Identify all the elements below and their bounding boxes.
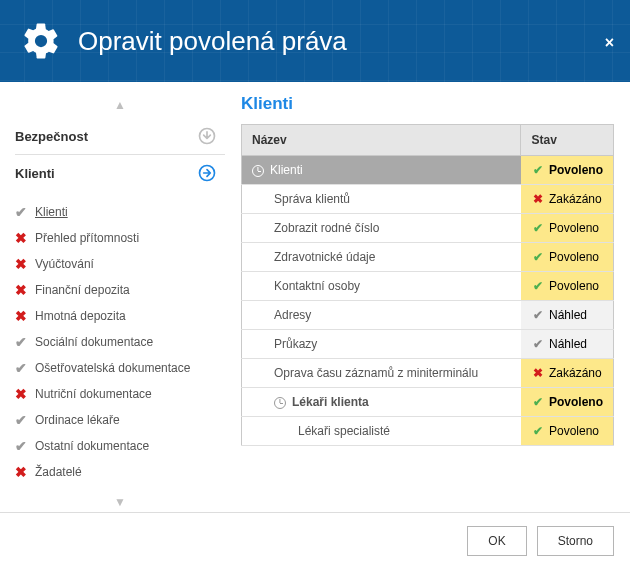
sidebar-item-label: Vyúčtování (35, 257, 94, 271)
row-status-label: Zakázáno (549, 366, 602, 380)
cancel-button[interactable]: Storno (537, 526, 614, 556)
main-title: Klienti (241, 94, 614, 114)
sidebar-item-label: Finanční depozita (35, 283, 130, 297)
sidebar-section-security[interactable]: Bezpečnost (15, 118, 225, 155)
sidebar-item-label: Přehled přítomnosti (35, 231, 139, 245)
check-icon: ✔ (531, 424, 545, 438)
row-name: Zobrazit rodné číslo (274, 221, 379, 235)
row-name-cell: Průkazy (242, 330, 521, 359)
row-name-cell: Správa klientů (242, 185, 521, 214)
sidebar-list: ✔Klienti✖Přehled přítomnosti✖Vyúčtování✖… (15, 191, 225, 489)
x-icon: ✖ (531, 366, 545, 380)
row-status-label: Náhled (549, 337, 587, 351)
chevron-up-icon[interactable]: ▲ (15, 92, 225, 118)
row-name-cell: Kontaktní osoby (242, 272, 521, 301)
check-icon: ✔ (531, 163, 545, 177)
main-panel: Klienti Název Stav Klienti✔PovolenoSpráv… (225, 82, 630, 512)
x-icon: ✖ (15, 282, 27, 298)
sidebar-section-label: Bezpečnost (15, 129, 88, 144)
row-status-cell: ✖Zakázáno (521, 185, 614, 214)
row-name: Klienti (270, 163, 303, 177)
sidebar-item[interactable]: ✖Žadatelé (15, 459, 225, 485)
x-icon: ✖ (15, 256, 27, 272)
sidebar-section-label: Klienti (15, 166, 55, 181)
column-header-state[interactable]: Stav (521, 125, 614, 156)
table-row[interactable]: Klienti✔Povoleno (242, 156, 614, 185)
table-row[interactable]: Správa klientů✖Zakázáno (242, 185, 614, 214)
dialog-title: Opravit povolená práva (78, 26, 347, 57)
check-icon: ✔ (531, 337, 545, 351)
dialog-header: Opravit povolená práva × (0, 0, 630, 82)
row-status-cell: ✔Povoleno (521, 214, 614, 243)
row-status-cell: ✔Povoleno (521, 417, 614, 446)
permissions-table-body: Klienti✔PovolenoSpráva klientů✖ZakázánoZ… (242, 156, 614, 446)
row-status-cell: ✔Povoleno (521, 243, 614, 272)
row-status-cell: ✔Náhled (521, 301, 614, 330)
row-name-cell: Zdravotnické údaje (242, 243, 521, 272)
row-status-cell: ✔Povoleno (521, 388, 614, 417)
arrow-down-circle-icon (197, 126, 217, 146)
x-icon: ✖ (15, 464, 27, 480)
table-row[interactable]: Lékaři specialisté✔Povoleno (242, 417, 614, 446)
row-name-cell: Oprava času záznamů z miniterminálu (242, 359, 521, 388)
check-icon: ✔ (531, 279, 545, 293)
dialog-footer: OK Storno (0, 512, 630, 568)
sidebar-item[interactable]: ✔Ošetřovatelská dokumentace (15, 355, 225, 381)
table-row[interactable]: Průkazy✔Náhled (242, 330, 614, 359)
table-row[interactable]: Oprava času záznamů z miniterminálu✖Zaká… (242, 359, 614, 388)
row-name: Zdravotnické údaje (274, 250, 375, 264)
x-icon: ✖ (15, 230, 27, 246)
permissions-table: Název Stav Klienti✔PovolenoSpráva klient… (241, 124, 614, 446)
sidebar-item[interactable]: ✔Sociální dokumentace (15, 329, 225, 355)
sidebar-item[interactable]: ✖Vyúčtování (15, 251, 225, 277)
sidebar-item[interactable]: ✔Ostatní dokumentace (15, 433, 225, 459)
sidebar-item-label: Ošetřovatelská dokumentace (35, 361, 190, 375)
check-icon: ✔ (15, 204, 27, 220)
row-name: Lékaři specialisté (298, 424, 390, 438)
clock-icon (274, 397, 286, 409)
sidebar-item-label: Ostatní dokumentace (35, 439, 149, 453)
table-row[interactable]: Adresy✔Náhled (242, 301, 614, 330)
check-icon: ✔ (531, 221, 545, 235)
sidebar-item[interactable]: ✖Přehled přítomnosti (15, 225, 225, 251)
sidebar-item-label: Ordinace lékaře (35, 413, 120, 427)
sidebar-item[interactable]: ✖Nutriční dokumentace (15, 381, 225, 407)
row-status-cell: ✖Zakázáno (521, 359, 614, 388)
table-row[interactable]: Lékaři klienta✔Povoleno (242, 388, 614, 417)
row-name-cell: Lékaři specialisté (242, 417, 521, 446)
row-name: Správa klientů (274, 192, 350, 206)
check-icon: ✔ (15, 412, 27, 428)
row-status-label: Povoleno (549, 163, 603, 177)
close-icon[interactable]: × (605, 34, 614, 52)
sidebar-item[interactable]: ✔Klienti (15, 199, 225, 225)
check-icon: ✔ (15, 438, 27, 454)
sidebar: ▲ Bezpečnost Klienti ✔Klienti✖Přehled př… (0, 82, 225, 512)
dialog-content: ▲ Bezpečnost Klienti ✔Klienti✖Přehled př… (0, 82, 630, 512)
row-status-cell: ✔Náhled (521, 330, 614, 359)
row-status-label: Zakázáno (549, 192, 602, 206)
sidebar-section-clients[interactable]: Klienti (15, 155, 225, 191)
row-name-cell: Adresy (242, 301, 521, 330)
sidebar-item-label: Nutriční dokumentace (35, 387, 152, 401)
row-status-cell: ✔Povoleno (521, 156, 614, 185)
check-icon: ✔ (15, 360, 27, 376)
ok-button[interactable]: OK (467, 526, 526, 556)
row-name: Lékaři klienta (292, 395, 369, 409)
row-name: Oprava času záznamů z miniterminálu (274, 366, 478, 380)
check-icon: ✔ (531, 395, 545, 409)
chevron-down-icon[interactable]: ▼ (15, 489, 225, 515)
sidebar-item[interactable]: ✖Finanční depozita (15, 277, 225, 303)
column-header-name[interactable]: Název (242, 125, 521, 156)
x-icon: ✖ (15, 386, 27, 402)
table-row[interactable]: Kontaktní osoby✔Povoleno (242, 272, 614, 301)
x-icon: ✖ (15, 308, 27, 324)
row-name: Kontaktní osoby (274, 279, 360, 293)
clock-icon (252, 165, 264, 177)
table-row[interactable]: Zobrazit rodné číslo✔Povoleno (242, 214, 614, 243)
sidebar-item-label: Žadatelé (35, 465, 82, 479)
sidebar-item[interactable]: ✔Ordinace lékaře (15, 407, 225, 433)
check-icon: ✔ (15, 334, 27, 350)
table-row[interactable]: Zdravotnické údaje✔Povoleno (242, 243, 614, 272)
row-status-label: Povoleno (549, 221, 599, 235)
sidebar-item[interactable]: ✖Hmotná depozita (15, 303, 225, 329)
